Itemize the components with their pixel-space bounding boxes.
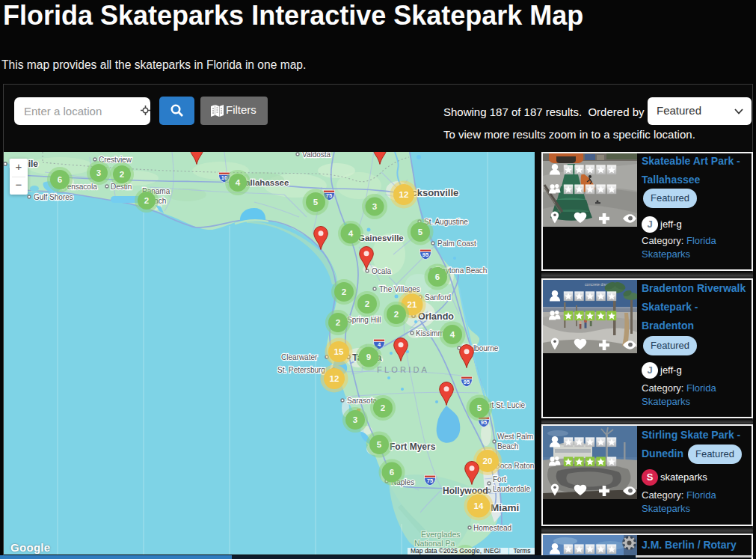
svg-text:Homestead: Homestead [473, 524, 511, 532]
svg-text:75: 75 [427, 477, 433, 484]
svg-text:Fort Myers: Fort Myers [390, 442, 436, 452]
svg-text:Gulf Shores: Gulf Shores [34, 193, 73, 201]
svg-text:2: 2 [144, 196, 149, 205]
svg-text:2: 2 [365, 299, 369, 308]
svg-text:4: 4 [236, 178, 241, 187]
svg-text:Gainesville: Gainesville [358, 233, 404, 242]
svg-text:20: 20 [483, 456, 493, 465]
svg-text:5: 5 [377, 440, 382, 449]
svg-text:12: 12 [399, 190, 409, 199]
svg-text:21: 21 [408, 300, 417, 309]
svg-text:4: 4 [450, 330, 455, 339]
svg-text:Spring Hill: Spring Hill [347, 316, 381, 324]
svg-text:6: 6 [390, 468, 394, 477]
svg-text:3: 3 [353, 415, 357, 424]
svg-text:9: 9 [366, 352, 371, 361]
svg-text:2: 2 [394, 310, 399, 319]
svg-text:6: 6 [435, 272, 440, 281]
svg-text:95: 95 [422, 251, 428, 258]
svg-text:Orlando: Orlando [418, 311, 454, 322]
svg-text:14: 14 [474, 501, 484, 510]
svg-text:2: 2 [342, 287, 346, 296]
svg-text:3: 3 [372, 202, 377, 211]
svg-text:5: 5 [313, 198, 319, 207]
svg-text:Palm Coast: Palm Coast [437, 239, 476, 248]
svg-text:5: 5 [477, 403, 482, 412]
svg-text:West Palm: West Palm [497, 433, 533, 441]
svg-text:Ocala: Ocala [372, 267, 392, 275]
svg-text:St. Petersburg: St. Petersburg [277, 366, 325, 374]
svg-text:15: 15 [334, 347, 344, 356]
svg-text:Lauderdale: Lauderdale [493, 485, 530, 493]
svg-text:12: 12 [330, 374, 339, 383]
svg-text:Beach: Beach [497, 442, 518, 450]
svg-text:3: 3 [96, 168, 101, 177]
svg-text:Clearwater: Clearwater [281, 353, 318, 361]
svg-text:2: 2 [120, 170, 124, 179]
svg-text:95: 95 [464, 379, 470, 385]
svg-text:6: 6 [58, 175, 62, 184]
svg-text:Fort: Fort [493, 475, 506, 483]
svg-text:Valdosta: Valdosta [302, 152, 331, 159]
svg-text:2: 2 [336, 318, 340, 327]
svg-text:5: 5 [418, 227, 423, 236]
svg-text:4: 4 [348, 229, 354, 238]
svg-text:Sanford: Sanford [425, 293, 451, 302]
svg-text:FLORIDA: FLORIDA [377, 365, 429, 374]
svg-text:Everglades: Everglades [421, 530, 461, 539]
svg-text:Miami: Miami [491, 502, 519, 513]
svg-text:2: 2 [381, 403, 385, 412]
